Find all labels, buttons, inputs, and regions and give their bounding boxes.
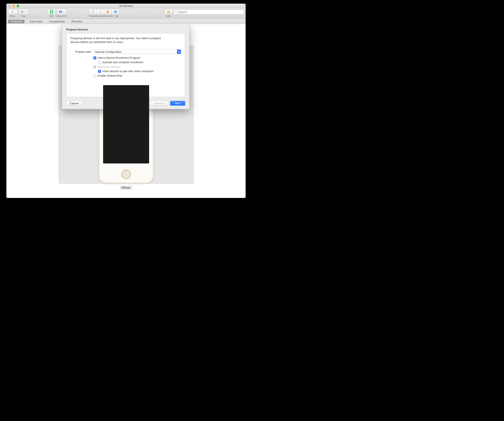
window: All Devices Back View Add Bluepri — [6, 4, 246, 198]
blueprints-label: Blueprints — [57, 15, 67, 17]
scope-supervised[interactable]: Supervised — [27, 20, 44, 23]
checkbox-icon — [93, 74, 96, 77]
check-shared-ipad-label: Enable Shared iPad — [98, 74, 122, 77]
search-field[interactable] — [174, 10, 244, 14]
svg-point-14 — [175, 11, 177, 12]
cancel-button[interactable]: Cancel — [66, 101, 82, 105]
back-label: Back — [10, 15, 15, 17]
tag-label: Tag — [113, 15, 120, 17]
tag-icon — [113, 11, 117, 13]
checkbox-icon — [98, 70, 101, 73]
search-icon — [175, 11, 177, 13]
device-label[interactable]: iPhone — [120, 186, 132, 190]
grid-icon — [21, 11, 24, 13]
help-button[interactable]: ? — [165, 9, 172, 14]
search-input[interactable] — [178, 11, 242, 14]
blueprints-button[interactable] — [57, 9, 66, 14]
svg-point-9 — [93, 12, 93, 12]
grid-icon — [59, 11, 62, 13]
add-label: Add — [49, 15, 54, 17]
check-supervise-label: Supervise devices — [98, 65, 120, 68]
scope-recovery[interactable]: Recovery — [70, 20, 84, 23]
chevron-down-icon — [63, 11, 65, 12]
prepare-with-value: Manual Configuration — [95, 50, 122, 53]
chevron-left-icon — [12, 11, 14, 13]
previous-button: Previous — [150, 101, 168, 105]
back-button[interactable] — [8, 9, 18, 14]
plus-icon — [50, 10, 53, 13]
check-shared-ipad[interactable]: Enable Shared iPad — [93, 74, 181, 77]
backup-label: Back Up — [104, 15, 113, 17]
gear-icon — [91, 10, 95, 13]
check-supervise: Supervise devices — [93, 65, 181, 68]
titlebar: All Devices — [6, 4, 246, 8]
svg-point-11 — [114, 12, 115, 12]
scope-bar: All Devices Supervised Unsupervised Reco… — [6, 19, 246, 24]
update-button[interactable] — [96, 9, 104, 14]
prepare-label: Prepare — [89, 15, 96, 17]
svg-line-15 — [177, 12, 177, 13]
download-icon — [99, 10, 102, 13]
check-add-dep[interactable]: Add to Device Enrollment Program — [93, 56, 181, 59]
device-iphone[interactable] — [98, 73, 154, 183]
prepare-button[interactable] — [89, 9, 97, 14]
view-button[interactable] — [19, 9, 28, 14]
device-screen — [103, 85, 149, 164]
backup-icon — [106, 10, 109, 13]
help-label: Help — [166, 15, 171, 17]
scope-unsupervised[interactable]: Unsupervised — [47, 20, 66, 23]
prepare-with-select[interactable]: Manual Configuration — [93, 49, 181, 54]
toolbar: Back View Add Blueprints — [6, 8, 246, 19]
checkbox-icon — [93, 65, 96, 68]
svg-text:?: ? — [168, 11, 169, 13]
backup-button[interactable] — [104, 9, 112, 14]
content-area: iPhone Prepare Devices Preparing devices… — [6, 24, 246, 198]
home-button-icon — [121, 170, 131, 179]
check-add-dep-label: Add to Device Enrollment Program — [98, 56, 140, 59]
prepare-with-label: Prepare with: — [70, 50, 92, 53]
check-activate[interactable]: Activate and complete enrollment — [98, 61, 181, 64]
view-label: View — [21, 15, 26, 17]
add-button[interactable] — [48, 9, 55, 14]
window-title: All Devices — [6, 4, 246, 7]
tag-button[interactable] — [111, 9, 119, 14]
checkbox-icon — [93, 56, 96, 59]
checkbox-icon — [98, 61, 101, 64]
chevron-down-icon — [24, 11, 26, 12]
next-button[interactable]: Next — [170, 101, 185, 105]
sheet-description: Preparing devices is the first step in a… — [70, 36, 170, 44]
check-activate-label: Activate and complete enrollment — [102, 61, 143, 64]
check-pair[interactable]: Allow devices to pair with other compute… — [98, 70, 181, 73]
help-icon: ? — [167, 10, 170, 13]
sheet-title: Prepare Devices — [66, 28, 185, 31]
update-label: Update — [96, 15, 104, 17]
scope-all-devices[interactable]: All Devices — [8, 20, 24, 23]
check-pair-label: Allow devices to pair with other compute… — [102, 70, 154, 73]
select-stepper-icon — [177, 50, 181, 54]
